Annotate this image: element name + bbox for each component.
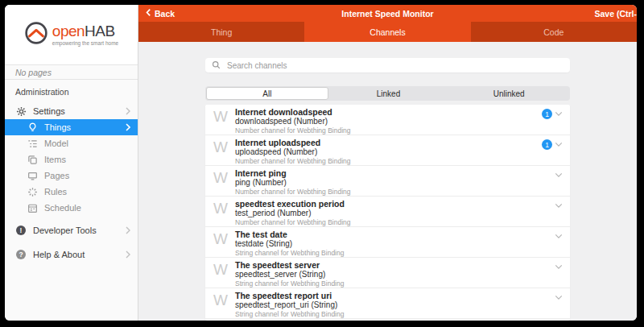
channel-id: speedtest_report_uri (String) [235,300,555,310]
channel-id: uploadspeed (Number) [235,147,542,157]
linked-count-badge: 1 [542,109,552,119]
channel-id: test_period (Number) [235,209,555,218]
channel-id: downloadspeed (Number) [235,117,542,126]
channel-row-test-period[interactable]: W speedtest execution period test_period… [205,197,570,227]
top-navbar: Internet Speed Monitor Back Save (Ctrl- [138,5,637,22]
sidebar-item-pages[interactable]: Pages [5,168,138,184]
chevron-down-icon[interactable] [555,172,563,178]
channel-title: Internet ping [235,168,555,178]
sidebar-item-model[interactable]: Model [5,135,138,151]
channel-row-speedtest-report-uri[interactable]: W The speedtest report uri speedtest_rep… [205,288,570,319]
monitor-icon [27,170,38,181]
admin-section-label: Administration [5,80,138,101]
chevron-down-icon[interactable] [555,142,563,147]
channel-description: String channel for Webthing Binding [235,249,555,257]
channel-id: testdate (String) [235,239,555,249]
tab-channels[interactable]: Channels [304,22,470,42]
sidebar-item-items[interactable]: Items [5,151,138,168]
chevron-down-icon[interactable] [555,111,563,117]
copy-icon [27,154,38,165]
channel-row-uploadspeed[interactable]: W Internet uploadspeed uploadspeed (Numb… [205,135,570,166]
sidebar-item-label: Developer Tools [33,226,97,235]
filter-linked[interactable]: Linked [328,87,449,100]
channel-avatar: W [213,105,235,135]
link-filter-segmented-control: All Linked Unlinked [205,86,570,101]
logo-wordmark: openHAB [52,23,115,39]
sidebar-item-help-about[interactable]: ? Help & About [5,246,138,263]
channel-list: W Internet downloadspeed downloadspeed (… [205,105,570,321]
channel-avatar: W [213,227,235,257]
search-icon [212,58,221,72]
chevron-left-icon [146,8,151,19]
chevron-right-icon [126,107,130,115]
channel-avatar: W [213,288,235,318]
channels-content: All Linked Unlinked W Internet downloads… [138,42,637,321]
channel-avatar: W [213,258,235,288]
linked-count-badge: 1 [542,139,552,150]
sidebar-item-label: Settings [33,106,65,116]
channel-description: Number channel for Webthing Binding [235,218,555,226]
model-tree-icon [27,138,38,149]
sidebar-item-things[interactable]: Things [5,119,138,135]
channel-title: Internet uploadspeed [235,138,542,147]
channel-row-speedtest-server[interactable]: W The speedtest server speedtest_server … [205,258,570,288]
calendar-icon [27,202,38,213]
chevron-down-icon[interactable] [555,295,563,300]
sidebar-item-label: Model [44,139,68,148]
channel-id: ping (Number) [235,178,555,188]
tab-code[interactable]: Code [471,22,637,42]
app-window: openHAB empowering the smart home No pag… [5,5,637,321]
tab-thing[interactable]: Thing [138,22,304,42]
chevron-down-icon[interactable] [555,234,563,239]
page-title: Internet Speed Monitor [138,9,637,19]
openhab-logo: openHAB empowering the smart home [5,5,138,64]
channel-avatar: W [213,197,235,226]
logo-tagline: empowering the smart home [52,40,118,46]
channel-title: speedtest execution period [235,199,555,209]
sidebar-item-rules[interactable]: Rules [5,184,138,200]
filter-unlinked[interactable]: Unlinked [448,87,569,100]
lightbulb-icon [27,122,38,133]
channel-avatar: W [213,166,235,196]
sidebar: openHAB empowering the smart home No pag… [5,5,138,321]
question-circle-icon: ? [15,249,27,260]
sidebar-item-schedule[interactable]: Schedule [5,200,138,216]
channel-id: speedtest_server (String) [235,270,555,279]
sidebar-item-developer-tools[interactable]: ! Developer Tools [5,222,138,238]
chevron-down-icon[interactable] [555,264,563,270]
filter-all[interactable]: All [206,87,328,100]
sidebar-item-settings[interactable]: Settings [5,103,138,119]
chevron-right-icon [126,226,130,234]
channel-row-testdate[interactable]: W The test date testdate (String) String… [205,227,570,258]
channel-description: Number channel for Webthing Binding [235,157,542,165]
channel-description: String channel for Webthing Binding [235,310,555,318]
sidebar-item-label: Things [44,122,71,132]
gear-icon [15,106,27,117]
chevron-right-icon [126,123,130,131]
sparkle-icon [27,186,38,197]
channel-title: The test date [235,230,555,239]
save-button[interactable]: Save (Ctrl- [594,9,637,19]
back-button-label: Back [155,9,175,19]
exclamation-circle-icon: ! [15,225,27,236]
thing-tabbar: Thing Channels Code [138,22,637,42]
channel-row-downloadspeed[interactable]: W Internet downloadspeed downloadspeed (… [205,105,570,135]
sidebar-item-label: Help & About [33,250,85,259]
sidebar-item-label: Items [44,155,66,164]
search-input[interactable] [225,60,564,71]
sidebar-item-label: Rules [44,187,67,197]
search-bar [205,58,570,72]
chevron-right-icon [126,250,130,259]
main-panel: Internet Speed Monitor Back Save (Ctrl- … [138,5,637,321]
chevron-down-icon[interactable] [555,203,563,209]
channel-title: Internet downloadspeed [235,107,542,117]
sidebar-item-label: Pages [44,171,69,180]
channel-title: The speedtest report uri [235,291,555,300]
back-button[interactable]: Back [138,8,175,19]
channel-row-ping[interactable]: W Internet ping ping (Number) Number cha… [205,166,570,197]
no-pages-label: No pages [5,64,138,80]
openhab-logo-icon [24,21,48,48]
channel-description: Number channel for Webthing Binding [235,126,542,135]
channel-description: Number channel for Webthing Binding [235,188,555,196]
channel-description: String channel for Webthing Binding [235,279,555,288]
